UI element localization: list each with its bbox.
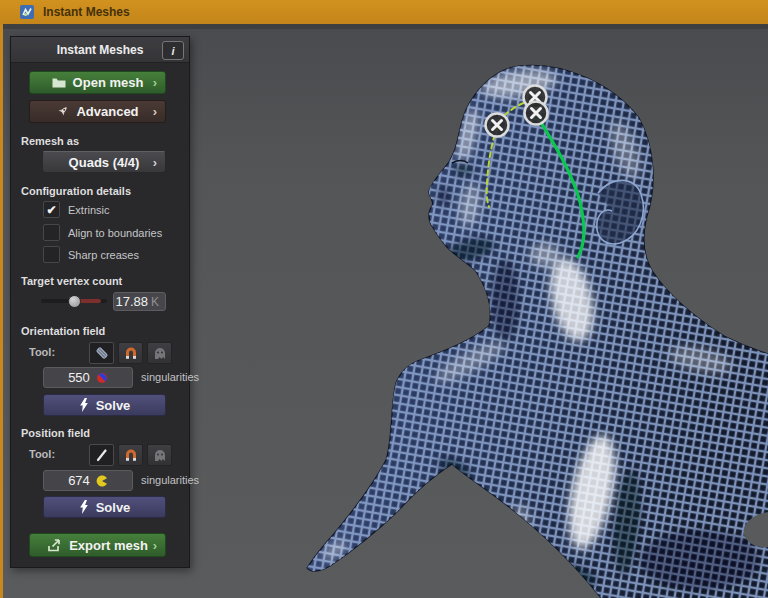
position-field-label: Position field (21, 427, 90, 439)
position-singularities-value: 674 (68, 473, 90, 488)
vertex-count-field[interactable]: 17.88 K (113, 292, 166, 311)
chevron-right-icon: › (153, 538, 157, 553)
magnet-icon (123, 345, 139, 361)
ghost-icon (152, 345, 168, 361)
stroke-marker[interactable] (486, 114, 509, 137)
export-mesh-button[interactable]: Export mesh › (29, 533, 166, 557)
stroke-marker[interactable] (525, 102, 548, 125)
info-button[interactable]: i (162, 41, 184, 60)
panel-title: Instant Meshes (57, 43, 144, 57)
pen-stroke-icon (94, 447, 110, 463)
position-pen-tool-button[interactable] (89, 444, 114, 466)
advanced-button[interactable]: Advanced › (29, 100, 166, 123)
position-singularities-label: singularities (141, 474, 199, 486)
remesh-as-label: Remesh as (21, 135, 79, 147)
orientation-ghost-tool-button[interactable] (147, 342, 172, 364)
position-attract-tool-button[interactable] (118, 444, 143, 466)
titlebar[interactable]: Instant Meshes (0, 0, 768, 24)
align-boundaries-checkbox[interactable] (43, 224, 60, 241)
orientation-brush-tool-button[interactable] (89, 342, 114, 364)
extrinsic-label: Extrinsic (68, 204, 110, 216)
position-solve-button[interactable]: Solve (43, 496, 166, 518)
remesh-mode-value: Quads (4/4) (69, 155, 140, 170)
orientation-singularities-label: singularities (141, 371, 199, 383)
app-window: Instant Meshes (0, 0, 768, 598)
folder-icon (52, 77, 66, 88)
disc-blue-red-icon (96, 372, 108, 384)
advanced-label: Advanced (76, 104, 138, 119)
export-mesh-label: Export mesh (69, 538, 148, 553)
configuration-details-label: Configuration details (21, 185, 131, 197)
orientation-singularities-field[interactable]: 550 (43, 367, 133, 388)
orientation-singularities-value: 550 (68, 370, 90, 385)
check-icon: ✔ (46, 203, 56, 217)
position-singularities-field[interactable]: 674 (43, 470, 133, 491)
open-mesh-label: Open mesh (73, 75, 144, 90)
position-solve-label: Solve (96, 500, 131, 515)
app-logo-icon (20, 5, 34, 19)
orientation-solve-label: Solve (96, 398, 131, 413)
lightning-bolt-icon (79, 398, 89, 412)
rocket-icon (56, 105, 69, 118)
align-boundaries-label: Align to boundaries (68, 227, 162, 239)
sharp-creases-label: Sharp creases (68, 249, 139, 261)
vertex-count-value: 17.88 (115, 294, 148, 309)
position-tool-label: Tool: (29, 448, 55, 460)
extrinsic-checkbox[interactable]: ✔ (43, 201, 60, 218)
export-arrow-icon (47, 538, 62, 552)
checkbox-row-extrinsic: ✔ Extrinsic (43, 201, 110, 218)
checkbox-row-align-boundaries: Align to boundaries (43, 224, 162, 241)
position-ghost-tool-button[interactable] (147, 444, 172, 466)
window-title: Instant Meshes (43, 5, 130, 19)
ghost-icon (152, 447, 168, 463)
orientation-attract-tool-button[interactable] (118, 342, 143, 364)
panel-header[interactable]: Instant Meshes i (11, 37, 189, 63)
checkbox-row-sharp-creases: Sharp creases (43, 246, 139, 263)
orientation-field-label: Orientation field (21, 325, 105, 337)
chevron-right-icon: › (153, 75, 157, 90)
sharp-creases-checkbox[interactable] (43, 246, 60, 263)
comb-brush-icon (94, 345, 110, 361)
slider-knob[interactable] (68, 295, 81, 308)
vertex-count-unit: K (151, 295, 159, 309)
chevron-right-icon: › (153, 104, 157, 119)
control-panel: Instant Meshes i Open mesh › Advanced (10, 36, 190, 568)
orientation-solve-button[interactable]: Solve (43, 394, 166, 416)
remesh-mode-dropdown[interactable]: Quads (4/4) › (42, 151, 166, 173)
lightning-bolt-icon (79, 500, 89, 514)
vertex-count-slider[interactable] (41, 299, 107, 303)
chevron-right-icon: › (153, 155, 157, 170)
disc-yellow-icon (96, 475, 108, 487)
magnet-icon (123, 447, 139, 463)
open-mesh-button[interactable]: Open mesh › (29, 71, 166, 94)
orientation-tool-label: Tool: (29, 346, 55, 358)
target-vertex-count-label: Target vertex count (21, 275, 122, 287)
